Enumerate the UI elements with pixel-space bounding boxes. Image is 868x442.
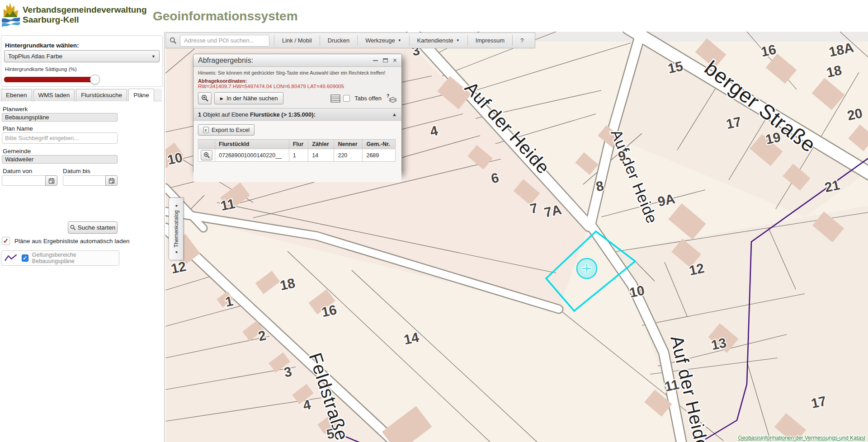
zoom-in-icon — [203, 152, 210, 159]
close-icon[interactable]: × — [393, 57, 397, 64]
dialog-button-row: ▶ In der Nähe suchen Tabs offen ? — [198, 92, 397, 104]
coords-value: RW=341409.7 HW=5497474.04 LON=6.80479 LA… — [198, 84, 397, 89]
house-number: 18 — [825, 62, 843, 80]
plan-name-label: Plan Name — [3, 125, 33, 132]
search-start-button[interactable]: Suche starten — [68, 221, 118, 234]
map-attribution-link: Geobasisinformationen der Vermessungs-un… — [738, 435, 866, 441]
export-excel-button[interactable]: x Export to Excel — [198, 124, 255, 136]
chevron-down-icon: ▼ — [398, 38, 401, 42]
layer-help-icon[interactable]: ? — [386, 94, 397, 103]
toolbar-button-werkzeuge[interactable]: Werkzeuge▼ — [358, 33, 409, 48]
calendar-icon — [108, 178, 115, 184]
table-row[interactable]: 072689001000140220__1142202689 — [198, 149, 396, 162]
svg-text:?: ? — [387, 94, 389, 99]
table-cell: 1 — [289, 149, 308, 162]
table-cell: 14 — [308, 149, 334, 162]
saturation-slider[interactable] — [4, 75, 160, 84]
plan-name-input[interactable] — [2, 132, 118, 144]
gemeinde-field: Waldweiler — [2, 155, 118, 164]
result-section-header[interactable]: 1 Objekt auf Ebene Flurstücke (> 1:35.00… — [193, 108, 401, 121]
house-number: 17 — [810, 393, 828, 411]
background-map-select[interactable]: TopPlus Atlas Farbe ▼ — [4, 50, 160, 62]
app-header: Verbandsgemeindeverwaltung Saarburg-Kell… — [0, 0, 868, 32]
house-number: 10 — [166, 150, 184, 167]
legend-label: Geltungsbereiche Bebauungspläne — [32, 252, 116, 264]
dialog-title: Abfrageergebnis: — [198, 56, 253, 65]
background-map-panel: Hintergrundkarte wählen: TopPlus Atlas F… — [1, 35, 163, 87]
zigzag-line-icon — [4, 253, 18, 263]
datum-von-calendar-button[interactable] — [45, 175, 57, 186]
tab-flurst-cksuche[interactable]: Flurstücksuche — [76, 89, 127, 101]
house-number: 12 — [688, 260, 706, 278]
tab-pl-ne[interactable]: Pläne — [128, 89, 154, 101]
dialog-titlebar[interactable]: Abfrageergebnis: × — [193, 54, 401, 67]
datum-bis-input[interactable] — [63, 175, 106, 186]
toolbar-button--[interactable]: ? — [513, 33, 531, 48]
toolbar-button-kartendienste[interactable]: Kartendienste▼ — [410, 33, 467, 48]
dialog-hint: Hinweis: Sie können mit gedrückter Strg-… — [198, 70, 397, 75]
table-header: Gem.-Nr. — [363, 140, 396, 149]
sidebar-tabs: EbenenWMS ladenFlurstücksuchePläne — [1, 89, 162, 101]
table-cell: 2689 — [363, 149, 396, 162]
house-number: 12 — [170, 259, 188, 276]
result-section: x Export to Excel FlurstückIdFlurZählerN… — [193, 121, 401, 182]
toolbar-button-drucken[interactable]: Drucken — [320, 33, 357, 48]
address-search-input[interactable] — [180, 35, 269, 47]
datum-bis-label: Datum bis — [63, 168, 90, 174]
house-number: 13 — [710, 335, 728, 353]
autoload-checkbox[interactable]: ✓ — [2, 237, 10, 245]
result-text: Objekt auf Ebene — [203, 111, 248, 118]
coords-label: Abfragekoordinaten: — [198, 78, 397, 84]
zoom-in-icon — [201, 94, 209, 102]
tabs-offen-label: Tabs offen — [354, 95, 382, 102]
toolbar-button-impressum[interactable]: Impressum — [468, 33, 512, 48]
excel-file-icon: x — [203, 127, 209, 133]
autoload-row: ✓ Pläne aus Ergebnisliste automatisch la… — [2, 237, 129, 245]
org-name: Verbandsgemeindeverwaltung Saarburg-Kell — [23, 5, 147, 25]
house-number: 15 — [666, 58, 684, 76]
autoload-label: Pläne aus Ergebnisliste automatisch lade… — [14, 238, 129, 245]
collapse-left-icon: ▲ — [174, 250, 178, 254]
table-header: Flur — [289, 140, 308, 149]
datum-von-label: Datum von — [3, 168, 32, 174]
page-title: Geoinformationssystem — [153, 9, 298, 24]
tab-ebenen[interactable]: Ebenen — [1, 89, 32, 101]
datum-von-input[interactable] — [2, 175, 46, 186]
minimize-icon[interactable] — [373, 60, 378, 61]
house-number: 11 — [663, 376, 680, 394]
chevron-down-icon: ▼ — [151, 54, 156, 59]
map-toolbar: Link / MobilDruckenWerkzeuge▼Kartendiens… — [165, 33, 535, 48]
table-header: Nenner — [334, 140, 363, 149]
table-cell: 220 — [334, 149, 363, 162]
house-number: 21 — [823, 177, 841, 195]
table-header: FlurstückId — [215, 140, 289, 149]
tabs-offen-checkbox[interactable] — [343, 95, 350, 102]
search-nearby-button[interactable]: ▶ In der Nähe suchen — [214, 92, 283, 104]
tab-wms-laden[interactable]: WMS laden — [33, 89, 75, 101]
house-number: 18 — [278, 275, 297, 293]
house-number: 17 — [725, 114, 743, 132]
maximize-icon[interactable] — [383, 58, 388, 62]
zoom-to-result-button[interactable] — [198, 92, 212, 104]
legend-row: ✓ Geltungsbereiche Bebauungspläne — [1, 250, 119, 266]
house-number: 20 — [846, 105, 864, 123]
collapse-caret-icon[interactable]: ▲ — [392, 112, 397, 117]
slider-handle[interactable] — [90, 75, 100, 85]
themenkatalog-tab[interactable]: ▲ Themenkatalog ▲ — [169, 197, 184, 260]
table-cell: 072689001000140220__ — [215, 149, 289, 162]
row-zoom-button[interactable] — [201, 150, 212, 160]
background-map-label: Hintergrundkarte wählen: — [5, 42, 79, 49]
play-icon: ▶ — [220, 96, 223, 101]
planwerk-label: Planwerk — [3, 106, 28, 113]
collapse-left-icon: ▲ — [174, 204, 178, 207]
search-icon — [70, 225, 76, 230]
toolbar-button-link-mobil[interactable]: Link / Mobil — [274, 33, 320, 48]
chevron-down-icon: ▼ — [456, 38, 460, 42]
house-number: 10 — [628, 282, 646, 300]
table-header: Zähler — [308, 140, 334, 149]
gemeinde-label: Gemeinde — [3, 148, 31, 155]
legend-checkbox[interactable]: ✓ — [22, 254, 28, 262]
house-number: 16 — [760, 42, 778, 59]
datum-bis-calendar-button[interactable] — [105, 175, 118, 186]
result-table-icon[interactable] — [330, 94, 340, 103]
